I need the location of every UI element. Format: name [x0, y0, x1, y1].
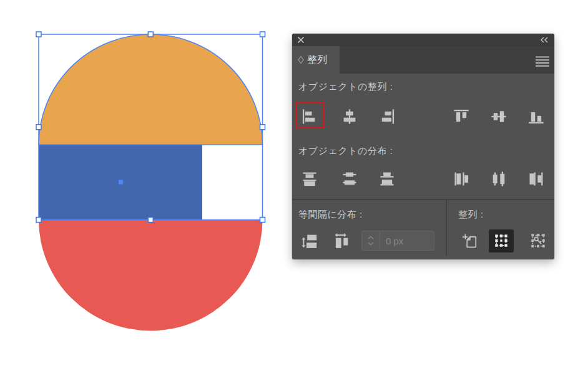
red-semicircle-shape[interactable] [39, 220, 263, 331]
horizontal-distribute-left-button[interactable] [453, 170, 470, 188]
vertical-divider [446, 200, 447, 256]
vertical-align-center-button[interactable] [490, 108, 507, 125]
vertical-distribute-center-icon [341, 170, 358, 188]
selection-handle-top-right[interactable] [260, 32, 265, 37]
double-chevron-left-icon[interactable] [539, 37, 549, 43]
horizontal-distribute-center-icon [490, 170, 507, 188]
horizontal-distribute-space-button[interactable] [331, 231, 350, 250]
distribute-spacing-label: 等間隔に分布 : [298, 209, 363, 221]
hamburger-menu-icon[interactable] [536, 56, 549, 67]
artboard-canvas [0, 0, 293, 366]
selection-handle-bottom-center[interactable] [148, 218, 153, 223]
horizontal-distribute-right-button[interactable] [527, 170, 545, 188]
vertical-distribute-space-button[interactable] [300, 231, 319, 250]
vertical-distribute-top-button[interactable] [301, 170, 318, 188]
horizontal-align-center-button[interactable] [341, 108, 358, 125]
close-icon[interactable] [297, 36, 305, 44]
selection-handle-bottom-right[interactable] [260, 218, 265, 223]
panel-tab-strip: 整列 [292, 46, 554, 74]
align-to-key-object-button[interactable] [529, 232, 547, 249]
horizontal-align-left-icon [301, 108, 318, 125]
horizontal-distribute-center-button[interactable] [490, 170, 507, 188]
vertical-distribute-top-icon [301, 170, 318, 188]
vertical-distribute-space-icon [300, 231, 319, 250]
tab-title: 整列 [307, 54, 327, 67]
selection-handle-middle-right[interactable] [260, 125, 265, 130]
vertical-align-center-icon [490, 108, 507, 125]
vertical-distribute-center-button[interactable] [341, 170, 358, 188]
panel-titlebar[interactable] [292, 34, 554, 46]
section-divider [292, 199, 554, 200]
horizontal-distribute-left-icon [453, 170, 470, 188]
align-to-label: 整列 : [458, 209, 483, 221]
horizontal-align-left-button[interactable] [301, 108, 318, 125]
stepper-chevrons[interactable] [362, 231, 380, 250]
align-to-artboard-button[interactable] [461, 232, 478, 249]
align-to-selection-icon [493, 233, 509, 249]
horizontal-distribute-right-icon [527, 170, 545, 188]
spacing-stepper[interactable]: 0 px [361, 231, 434, 251]
vertical-distribute-bottom-button[interactable] [378, 170, 396, 188]
screenshot-root: 整列 オブジェクトの整列 : [0, 0, 588, 366]
up-down-chevron-icon [367, 235, 375, 246]
selection-handle-top-left[interactable] [36, 32, 41, 37]
vertical-align-top-button[interactable] [453, 108, 470, 125]
horizontal-align-right-icon [378, 108, 396, 125]
vertical-align-bottom-icon [527, 108, 545, 125]
selection-handle-bottom-left[interactable] [36, 218, 41, 223]
horizontal-align-center-icon [341, 108, 358, 125]
align-to-artboard-icon [461, 232, 478, 249]
horizontal-align-right-button[interactable] [378, 108, 396, 125]
selection-center-point [119, 180, 123, 185]
selection-handle-top-center[interactable] [148, 32, 153, 37]
align-to-selection-button[interactable] [489, 229, 514, 253]
vertical-align-top-icon [453, 108, 470, 125]
diamond-icon[interactable] [298, 55, 304, 64]
distribute-objects-label: オブジェクトの分布 : [298, 145, 393, 157]
spacing-value[interactable]: 0 px [380, 236, 434, 246]
align-panel: 整列 オブジェクトの整列 : [292, 34, 554, 259]
horizontal-distribute-space-icon [331, 231, 350, 250]
align-objects-label: オブジェクトの整列 : [298, 81, 393, 93]
selection-handle-middle-left[interactable] [36, 125, 41, 130]
align-to-key-object-icon [529, 232, 547, 249]
orange-semicircle-shape[interactable] [39, 34, 263, 145]
vertical-distribute-bottom-icon [378, 170, 396, 188]
tab-align[interactable]: 整列 [292, 46, 340, 74]
vertical-align-bottom-button[interactable] [527, 108, 545, 125]
